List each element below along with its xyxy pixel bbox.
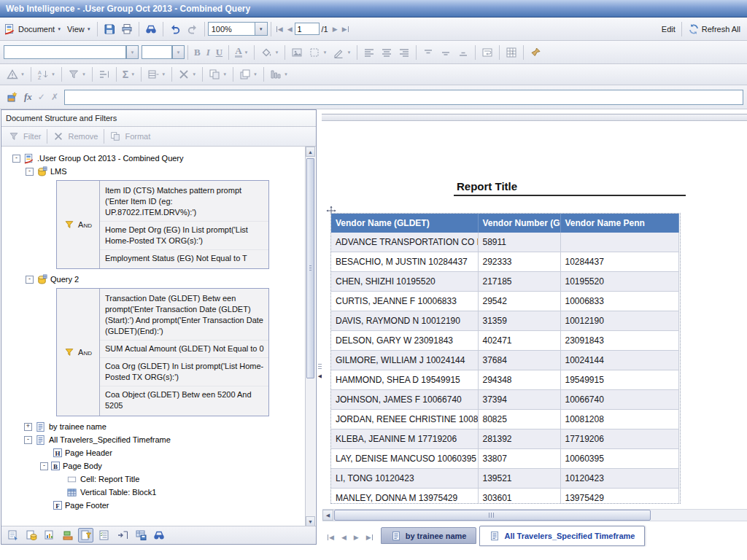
tree-node-query-2[interactable]: - Query 2 [2,273,305,286]
tree-node-page-header[interactable]: H Page Header [2,446,305,459]
table-cell[interactable]: 37684 [478,351,560,370]
filter-button[interactable]: ▼ [65,67,89,82]
input-controls-tab-button[interactable] [115,528,130,542]
table-cell[interactable]: MANLEY, DONNA M 13975429 [331,489,478,505]
collapse-box-icon[interactable]: - [26,168,34,176]
column-header[interactable]: Vendor Number (G [478,214,560,233]
save-button[interactable] [101,22,118,36]
cancel-formula-button[interactable]: ✗ [48,90,61,104]
table-cell[interactable]: JORDAN, RENEE CHRISTINE 1008120 [331,410,478,429]
table-cell[interactable]: 80825 [478,410,560,429]
tree-node-document-root[interactable]: - .User Group Oct 2013 - Combined Query [2,152,305,165]
table-cell[interactable]: GILMORE, WILLIAM J 10024144 [331,351,478,370]
table-cell[interactable]: 10006833 [560,292,678,311]
format-painter-button[interactable] [527,45,544,60]
find-button[interactable] [142,22,160,36]
table-cell[interactable]: 23091843 [560,331,678,351]
table-cell[interactable]: 10066740 [560,390,678,410]
data-summary-tab-button[interactable] [23,528,39,542]
table-cell[interactable]: DAVIS, RAYMOND N 10012190 [331,311,478,331]
structure-filters-tab-button[interactable] [78,528,93,542]
font-size-dropdown-button[interactable]: ▼ [172,45,185,59]
table-cell[interactable]: 58911 [478,233,560,252]
table-cell[interactable]: JOHNSON, JAMES F 10066740 [331,390,478,410]
tree-node-report-all-travelers[interactable]: - All Travelers_Specified Timeframe [2,433,305,446]
expand-box-icon[interactable]: + [24,423,32,431]
font-name-dropdown-button[interactable]: ▼ [126,45,139,59]
table-cell[interactable] [560,233,678,252]
tab-all-travelers[interactable]: All Travelers_Specified Timeframe [479,526,645,546]
tree-node-page-footer[interactable]: F Page Footer [2,499,305,512]
print-button[interactable] [118,22,136,36]
table-cell[interactable]: 29542 [478,292,560,311]
tab-by-trainee-name[interactable]: by trainee name [381,527,477,544]
table-cell[interactable]: LAY, DENISE MANCUSO 10060395 [331,449,478,469]
table-cell[interactable]: 294348 [478,370,560,390]
formula-editor-button[interactable]: fx [21,90,35,104]
wrap-text-button[interactable] [479,45,496,60]
find-tab-button[interactable] [151,528,166,542]
table-cell[interactable]: 10012190 [560,311,678,331]
align-right-button[interactable] [395,45,413,60]
duplicate-button[interactable]: ▼ [206,67,230,82]
table-cell[interactable]: 10060395 [560,449,678,469]
borders-button[interactable]: ▼ [306,45,330,60]
table-cell[interactable]: 303601 [478,489,560,505]
table-cell[interactable]: 33807 [478,449,560,469]
valign-top-button[interactable] [419,45,437,60]
tree-node-report-by-trainee[interactable]: + by trainee name [2,420,305,433]
font-name-combobox[interactable] [4,45,126,59]
first-tab-button[interactable]: ◀ [325,533,336,542]
column-header[interactable]: Vendor Name (GLDET) [331,214,478,233]
insert-break-button[interactable]: ▼ [144,67,169,82]
collapse-box-icon[interactable]: - [24,436,32,444]
previous-tab-button[interactable]: ◀ [339,533,349,542]
bold-button[interactable]: B [191,45,204,60]
column-header[interactable]: Vendor Name Penn [560,214,678,233]
scroll-left-button[interactable]: ◀ [322,510,333,521]
valign-bottom-button[interactable] [454,45,472,60]
table-cell[interactable]: 19549915 [560,370,678,390]
document-menu-button[interactable]: Document ▼ [15,23,64,35]
report-horizontal-scrollbar[interactable]: ◀ [322,509,747,521]
delete-button[interactable]: ▼ [175,67,199,82]
scroll-down-button[interactable]: ▼ [306,516,315,526]
table-cell[interactable]: 10120423 [560,469,678,489]
table-cell[interactable]: 31359 [478,311,560,331]
table-cell[interactable]: 10081208 [560,410,678,429]
table-cell[interactable]: 13975429 [560,489,678,505]
table-cell[interactable]: 10024144 [560,351,678,370]
number-format-button[interactable] [503,45,520,60]
page-number-input[interactable] [295,23,320,35]
tree-node-page-body[interactable]: - B Page Body [2,459,305,472]
view-menu-button[interactable]: View ▼ [64,23,94,35]
undo-button[interactable] [166,22,184,36]
table-cell[interactable]: 217185 [478,272,560,292]
table-cell[interactable]: CURTIS, JEANNE F 10006833 [331,292,478,311]
tree-node-query-lms[interactable]: - LMS [2,165,305,178]
align-center-button[interactable] [378,45,395,60]
alerters-button[interactable]: ▼ [4,67,28,82]
new-variable-button[interactable] [4,90,21,104]
italic-button[interactable]: I [204,45,213,60]
order-button[interactable]: ▼ [236,67,260,82]
table-cell[interactable]: 10195520 [560,272,678,292]
background-color-button[interactable]: ▼ [258,45,282,60]
ranking-button[interactable] [96,67,113,82]
collapse-box-icon[interactable]: - [26,276,34,284]
previous-page-button[interactable]: ◀ [285,25,295,34]
table-cell[interactable]: 292333 [478,252,560,272]
tree-scrollbar-thumb[interactable] [306,158,314,378]
align-left-button[interactable] [360,45,378,60]
table-cell[interactable]: CHEN, SHIZHI 10195520 [331,272,478,292]
zoom-combobox[interactable]: 100% ▼ [208,22,268,36]
track-changes-button[interactable]: ▼ [267,67,291,82]
font-color-button[interactable]: A▼ [232,45,251,59]
last-tab-button[interactable]: ▶ [364,533,375,542]
next-tab-button[interactable]: ▶ [352,533,361,542]
edit-button[interactable]: Edit [659,23,678,35]
document-summary-tab-button[interactable] [5,528,20,542]
table-cell[interactable]: 402471 [478,331,560,351]
table-cell[interactable]: BESACHIO, M JUSTIN 10284437 [331,252,478,272]
valign-middle-button[interactable] [437,45,454,60]
